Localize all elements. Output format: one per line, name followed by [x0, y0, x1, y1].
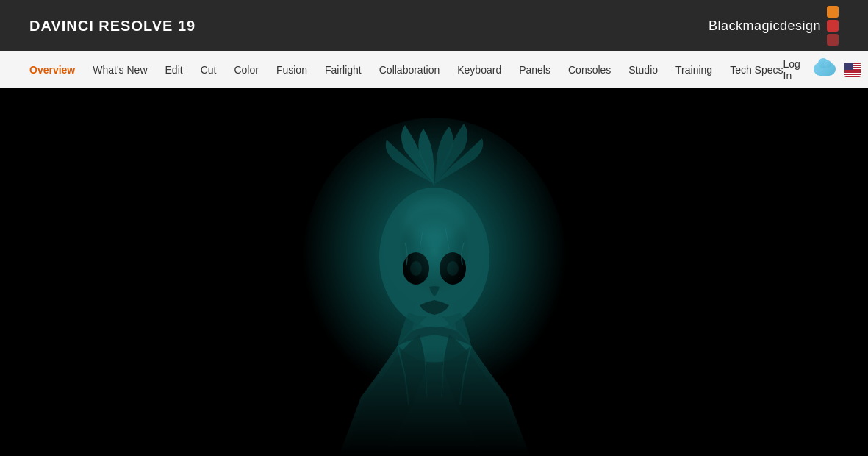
nav-link-fairlight[interactable]: Fairlight — [325, 64, 362, 76]
nav-right-controls: Log In — [783, 58, 861, 82]
nav-item-tech-specs[interactable]: Tech Specs — [730, 63, 783, 76]
site-title: DAVINCI RESOLVE 19 — [29, 18, 196, 35]
login-button[interactable]: Log In — [783, 58, 806, 82]
nav-item-panels[interactable]: Panels — [519, 63, 550, 76]
brand-icon-orange — [827, 6, 839, 18]
nav-link-fusion[interactable]: Fusion — [276, 64, 307, 76]
hero-image-container — [0, 88, 868, 456]
brand-icons — [827, 6, 839, 46]
nav-item-consoles[interactable]: Consoles — [568, 63, 611, 76]
nav-link-whats-new[interactable]: What's New — [93, 64, 147, 76]
nav-link-studio[interactable]: Studio — [628, 64, 658, 76]
nav-link-collaboration[interactable]: Collaboration — [379, 64, 440, 76]
site-header: DAVINCI RESOLVE 19 Blackmagicdesign — [0, 0, 868, 51]
nav-link-color[interactable]: Color — [234, 64, 258, 76]
nav-item-whats-new[interactable]: What's New — [93, 63, 147, 76]
nav-link-overview[interactable]: Overview — [29, 64, 75, 76]
nav-links-list: Overview What's New Edit Cut Color Fusio… — [29, 63, 783, 76]
nav-item-collaboration[interactable]: Collaboration — [379, 63, 440, 76]
hero-section — [0, 88, 868, 456]
nav-item-color[interactable]: Color — [234, 63, 258, 76]
nav-item-edit[interactable]: Edit — [165, 63, 183, 76]
nav-item-cut[interactable]: Cut — [201, 63, 217, 76]
nav-item-fusion[interactable]: Fusion — [276, 63, 307, 76]
nav-item-training[interactable]: Training — [675, 63, 712, 76]
flag-icon[interactable] — [844, 63, 860, 77]
nav-link-tech-specs[interactable]: Tech Specs — [730, 64, 783, 76]
brand-icon-darkred — [827, 34, 839, 46]
nav-item-fairlight[interactable]: Fairlight — [325, 63, 362, 76]
nav-link-keyboard[interactable]: Keyboard — [457, 64, 501, 76]
nav-item-overview[interactable]: Overview — [29, 63, 75, 76]
nav-item-studio[interactable]: Studio — [628, 63, 658, 76]
brand-icon-red — [827, 20, 839, 32]
nav-link-edit[interactable]: Edit — [165, 64, 183, 76]
nav-link-panels[interactable]: Panels — [519, 64, 550, 76]
nav-link-cut[interactable]: Cut — [201, 64, 217, 76]
nav-link-training[interactable]: Training — [675, 64, 712, 76]
nav-item-keyboard[interactable]: Keyboard — [457, 63, 501, 76]
svg-point-7 — [405, 199, 464, 243]
nav-link-consoles[interactable]: Consoles — [568, 64, 611, 76]
main-nav: Overview What's New Edit Cut Color Fusio… — [0, 51, 868, 88]
brand-name: Blackmagicdesign — [709, 18, 821, 34]
brand-logo[interactable]: Blackmagicdesign — [709, 6, 839, 46]
cloud-icon[interactable] — [814, 63, 836, 77]
hero-overlay-bottom — [0, 346, 868, 456]
